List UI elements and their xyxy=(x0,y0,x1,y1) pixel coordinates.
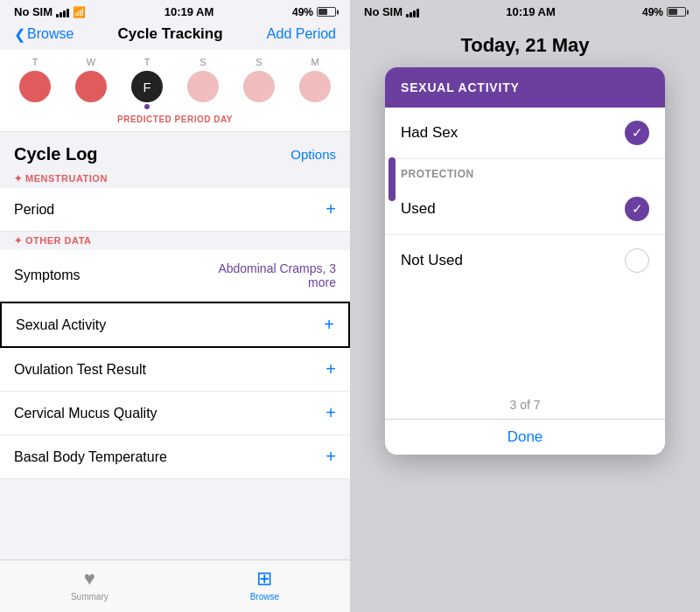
day-label-1: T xyxy=(32,57,38,67)
battery-icon-right xyxy=(667,7,686,17)
sexual-activity-item[interactable]: Sexual Activity + xyxy=(0,302,350,348)
day-cell-6[interactable]: M xyxy=(294,57,336,109)
basal-label: Basal Body Temperature xyxy=(14,449,167,465)
battery-percent-right: 49% xyxy=(642,6,663,18)
basal-plus-icon: + xyxy=(326,447,336,467)
back-button[interactable]: ❮ Browse xyxy=(14,26,74,43)
day-cell-1[interactable]: T xyxy=(14,57,56,109)
battery-fill-right xyxy=(668,9,677,15)
had-sex-row[interactable]: Had Sex ✓ xyxy=(385,108,665,159)
purple-sidebar-hint xyxy=(388,157,396,201)
nav-title-left: Cycle Tracking xyxy=(118,25,223,43)
add-period-button[interactable]: Add Period xyxy=(267,26,336,42)
day-circle-3: F xyxy=(131,71,163,102)
protection-section-label: PROTECTION xyxy=(385,159,665,184)
day-cell-4[interactable]: S xyxy=(182,57,224,109)
date-header: Today, 21 May xyxy=(350,22,700,67)
used-check[interactable]: ✓ xyxy=(625,197,649,221)
ovulation-plus-icon: + xyxy=(326,359,336,379)
period-label: Period xyxy=(14,202,54,218)
grid-icon: ⊞ xyxy=(256,567,272,590)
status-bar-right: No SIM 10:19 AM 49% xyxy=(350,0,700,22)
modal-header-title: SEXUAL ACTIVITY xyxy=(401,80,520,94)
status-bar-left: No SIM 📶 10:19 AM 49% xyxy=(0,0,350,22)
battery-icon-left xyxy=(317,7,336,17)
symptoms-value: Abdominal Cramps, 3 more xyxy=(205,261,336,289)
day-label-2: W xyxy=(87,57,95,67)
day-label-5: S xyxy=(256,57,262,67)
left-panel: No SIM 📶 10:19 AM 49% ❮ Browse Cycle Tra… xyxy=(0,0,350,612)
summary-tab-label: Summary xyxy=(71,592,108,602)
signal-icon-right xyxy=(406,7,419,17)
ovulation-item[interactable]: Ovulation Test Result + xyxy=(0,348,350,392)
modal-header: SEXUAL ACTIVITY xyxy=(385,67,665,108)
day-label-4: S xyxy=(200,57,206,67)
day-circle-1 xyxy=(19,71,51,102)
period-plus-icon: + xyxy=(326,199,336,219)
cervical-label: Cervical Mucus Quality xyxy=(14,406,158,421)
ovulation-label: Ovulation Test Result xyxy=(14,362,146,378)
cycle-log-header: Cycle Log Options xyxy=(0,132,350,170)
carrier-text-right: No SIM xyxy=(364,5,402,18)
options-button[interactable]: Options xyxy=(290,147,336,162)
used-row[interactable]: Used ✓ xyxy=(385,184,665,235)
chevron-left-icon: ❮ xyxy=(14,26,25,43)
heart-icon: ♥ xyxy=(84,567,95,590)
day-circle-4 xyxy=(187,71,219,102)
status-left: No SIM 📶 xyxy=(14,5,86,18)
day-label-6: M xyxy=(311,57,318,67)
modal-spacer xyxy=(385,286,665,391)
period-dot xyxy=(144,104,150,109)
symptoms-item[interactable]: Symptoms Abdominal Cramps, 3 more xyxy=(0,250,350,302)
cervical-plus-icon: + xyxy=(326,403,336,423)
battery-fill-left xyxy=(318,9,327,15)
symptoms-label: Symptoms xyxy=(14,268,80,283)
day-cell-5[interactable]: S xyxy=(238,57,280,109)
status-right-right: 49% xyxy=(642,6,686,18)
day-cell-2[interactable]: W xyxy=(70,57,112,109)
battery-percent-left: 49% xyxy=(292,6,313,18)
time-display-right: 10:19 AM xyxy=(506,5,556,18)
other-data-section-label: ✦ OTHER DATA xyxy=(0,232,350,250)
tab-summary[interactable]: ♥ Summary xyxy=(71,567,108,602)
tab-bar: ♥ Summary ⊞ Browse xyxy=(0,560,350,612)
day-circle-5 xyxy=(243,71,275,102)
time-display-left: 10:19 AM xyxy=(164,5,214,18)
predicted-label: PREDICTED PERIOD DAY xyxy=(7,113,343,128)
day-cell-3[interactable]: T F xyxy=(126,57,168,109)
calendar-strip: T W T F S S xyxy=(0,50,350,132)
sexual-activity-plus-icon: + xyxy=(324,315,334,335)
tab-browse[interactable]: ⊞ Browse xyxy=(250,567,279,602)
cervical-item[interactable]: Cervical Mucus Quality + xyxy=(0,392,350,435)
right-panel: No SIM 10:19 AM 49% Today, 21 May SEXUAL… xyxy=(350,0,700,612)
day-row: T W T F S S xyxy=(7,57,343,109)
day-label-3: T xyxy=(144,57,150,67)
status-right-left: 49% xyxy=(292,6,336,18)
day-circle-6 xyxy=(299,71,331,102)
sexual-activity-label: Sexual Activity xyxy=(16,317,106,333)
day-circle-2 xyxy=(75,71,107,102)
had-sex-label: Had Sex xyxy=(401,124,458,142)
signal-icon xyxy=(56,7,69,17)
period-item[interactable]: Period + xyxy=(0,188,350,232)
carrier-text: No SIM xyxy=(14,5,52,18)
menstruation-section-label: ✦ MENSTRUATION xyxy=(0,170,350,188)
not-used-row[interactable]: Not Used xyxy=(385,235,665,286)
used-label: Used xyxy=(401,200,436,218)
basal-item[interactable]: Basal Body Temperature + xyxy=(0,435,350,479)
had-sex-check[interactable]: ✓ xyxy=(625,121,649,145)
done-button[interactable]: Done xyxy=(385,419,665,455)
modal-pagination: 3 of 7 xyxy=(385,391,665,419)
sexual-activity-modal: SEXUAL ACTIVITY Had Sex ✓ PROTECTION Use… xyxy=(385,67,665,455)
status-left-right: No SIM xyxy=(364,5,419,18)
wifi-icon: 📶 xyxy=(73,6,86,18)
browse-tab-label: Browse xyxy=(250,592,279,602)
cycle-log-title: Cycle Log xyxy=(14,144,98,164)
nav-bar-left: ❮ Browse Cycle Tracking Add Period xyxy=(0,22,350,50)
back-label: Browse xyxy=(27,26,74,42)
not-used-label: Not Used xyxy=(401,252,463,269)
not-used-circle[interactable] xyxy=(625,248,649,273)
